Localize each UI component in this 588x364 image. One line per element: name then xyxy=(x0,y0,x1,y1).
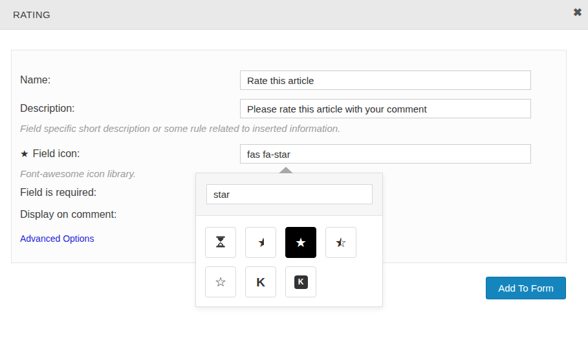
icon-option-kickstarter-k[interactable]: K xyxy=(245,266,276,297)
field-icon-label-text: Field icon: xyxy=(32,148,80,159)
field-icon-hint: Font-awesome icon library. xyxy=(20,168,136,179)
icon-option-star-selected[interactable]: ★ xyxy=(285,227,316,258)
icon-option-kickstarter[interactable]: K xyxy=(285,266,316,297)
description-hint: Field specific short description or some… xyxy=(20,123,340,134)
star-icon: ★ xyxy=(20,148,28,159)
icon-option-star-half-alt[interactable]: ☆ ★ xyxy=(325,227,356,258)
star-half-icon: ★ xyxy=(257,236,264,249)
icon-grid: ★ ★ ☆ ★ ☆ K K xyxy=(196,216,382,308)
kickstarter-k-icon: K xyxy=(256,276,265,288)
field-icon-input[interactable] xyxy=(240,144,531,164)
close-icon[interactable]: ✖ xyxy=(573,7,582,18)
kickstarter-icon-letter: K xyxy=(298,278,304,286)
modal-header: RATING ✖ xyxy=(0,0,588,30)
hourglass-start-icon xyxy=(214,235,227,250)
icon-option-hourglass-start[interactable] xyxy=(205,227,236,258)
name-label: Name: xyxy=(20,74,50,86)
star-half-alt-fill: ★ xyxy=(335,236,341,249)
advanced-options-link[interactable]: Advanced Options xyxy=(20,233,94,244)
star-half-alt-icon: ☆ ★ xyxy=(335,236,347,249)
icon-option-star-regular[interactable]: ☆ xyxy=(205,266,236,297)
add-to-form-button[interactable]: Add To Form xyxy=(486,277,566,299)
display-on-comment-label: Display on comment: xyxy=(20,209,116,220)
field-icon-label: ★Field icon: xyxy=(20,148,80,160)
icon-picker-popup: ★ ★ ☆ ★ ☆ K K xyxy=(195,173,383,307)
description-input[interactable] xyxy=(240,99,531,118)
icon-search-section xyxy=(196,173,382,216)
caret-up-icon xyxy=(279,167,293,173)
description-label: Description: xyxy=(20,103,74,114)
star-solid-icon: ★ xyxy=(295,236,307,249)
icon-option-star-half[interactable]: ★ xyxy=(245,227,276,258)
icon-search-input[interactable] xyxy=(206,184,373,204)
star-outline-icon: ☆ xyxy=(215,275,226,288)
kickstarter-icon: K xyxy=(294,275,308,289)
modal-title: RATING xyxy=(13,9,50,20)
name-input[interactable] xyxy=(240,70,531,90)
field-is-required-label: Field is required: xyxy=(20,187,96,198)
